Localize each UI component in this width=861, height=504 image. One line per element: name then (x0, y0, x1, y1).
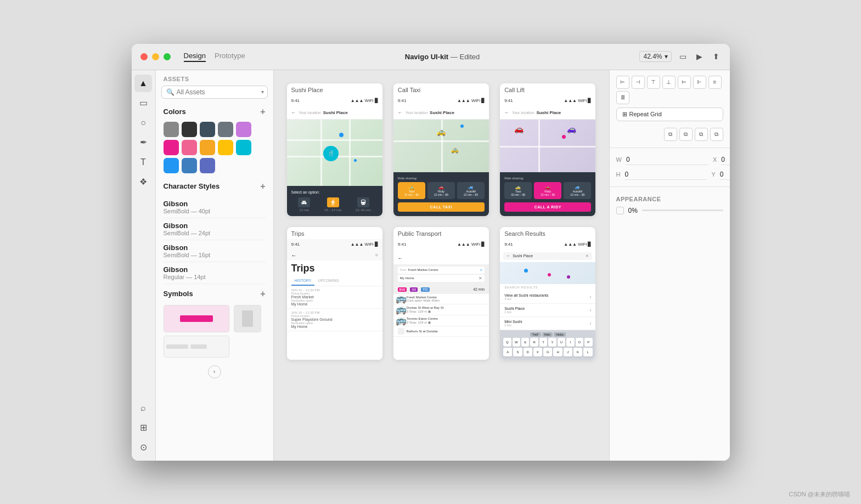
ridy-card2[interactable]: 🚗 Ridy 22 min – $5 (534, 182, 561, 199)
key-d[interactable]: D (524, 348, 532, 356)
ellipse-tool[interactable]: ○ (134, 114, 152, 132)
key-q[interactable]: Q (503, 338, 511, 347)
color-swatch[interactable] (200, 158, 215, 173)
color-swatch[interactable] (218, 122, 233, 137)
result-item[interactable]: Mini Sushi 2 km › (500, 317, 595, 330)
add-color-button[interactable]: + (260, 107, 265, 116)
add-char-style-button[interactable]: + (260, 182, 265, 191)
key-t[interactable]: T (539, 338, 547, 347)
color-swatch[interactable] (164, 140, 179, 155)
height-input[interactable] (624, 169, 707, 180)
color-swatch[interactable] (200, 122, 215, 137)
search-bar-top[interactable]: ← Sushi Place ✕ (503, 252, 592, 260)
copy-button[interactable]: ⧉ (664, 128, 677, 141)
layers-tool[interactable]: ⊞ (134, 419, 152, 437)
walk-option[interactable]: 18 – 24 min (324, 197, 341, 212)
autom-card2[interactable]: 🚙 AutoM 22 min – $5 (564, 182, 591, 199)
rectangle-tool[interactable]: ▭ (134, 94, 152, 112)
paste-button[interactable]: ⧉ (679, 128, 693, 141)
appearance-checkbox[interactable] (616, 207, 624, 214)
search-input[interactable] (177, 88, 259, 96)
search-bar[interactable]: 🔍 ▾ (161, 86, 268, 99)
align-left-button[interactable]: ⊢ (616, 76, 629, 89)
key-f[interactable]: F (533, 348, 542, 356)
frame-search-results[interactable]: Search Results 9:41▲▲▲ WiFi ▉ ← Sushi Pl… (500, 227, 595, 360)
key-o[interactable]: O (576, 338, 583, 347)
history-tab[interactable]: HISTORY (291, 276, 315, 286)
dropdown-arrow-icon[interactable]: ▾ (261, 89, 264, 95)
plugin-icon[interactable]: ⊙ (134, 439, 152, 456)
taxi-card2[interactable]: 🚕 Taxi 32 min – $0 (504, 182, 532, 199)
call-ridy-button[interactable]: CALL A RIDY (504, 202, 591, 212)
color-swatch[interactable] (218, 140, 233, 155)
autocomplete-hellos[interactable]: Hellos (554, 332, 566, 337)
key-g[interactable]: G (543, 348, 552, 356)
color-swatch[interactable] (182, 140, 197, 155)
width-input[interactable] (626, 155, 708, 165)
align-center-h-button[interactable]: ⊣ (632, 76, 645, 89)
frame-sushi-place[interactable]: Sushi Place 9:41 ▲▲▲ WiFi ▉ ← Your locat… (287, 83, 382, 216)
cut-button[interactable]: ⧉ (695, 128, 708, 141)
align-right-button[interactable]: ⊤ (647, 76, 660, 89)
key-h[interactable]: H (553, 348, 562, 356)
symbol-item[interactable] (164, 305, 229, 332)
char-style-item[interactable]: Gibson Regular — 14pt (164, 262, 266, 284)
key-p[interactable]: P (584, 338, 592, 347)
result-item[interactable]: View all Sushi restaurants 3 km › (500, 291, 595, 304)
align-dist-v-button[interactable]: ≣ (616, 91, 629, 104)
char-style-item[interactable]: Gibson SemiBold — 24pt (164, 218, 266, 240)
key-r[interactable]: R (530, 338, 538, 347)
align-dist-h-button[interactable]: ≡ (708, 76, 722, 89)
autocomplete-hell[interactable]: "Hell" (530, 332, 541, 337)
align-bottom-button[interactable]: ⊩ (693, 76, 706, 89)
align-top-button[interactable]: ⊥ (662, 76, 676, 89)
tab-prototype[interactable]: Prototype (215, 52, 245, 62)
autom-card[interactable]: 🚙 AutoM 22 min – $5 (457, 182, 485, 199)
transit-row[interactable]: Bathurs St at Dundas (393, 326, 489, 337)
color-swatch[interactable] (182, 158, 197, 173)
transit-row[interactable]: 🚌 Fresh Market Centre Click addr• Walk 4… (393, 294, 489, 304)
transit-row[interactable]: 🚌 Duntas St West at Bay St 3 Stop: 129 m… (393, 304, 489, 315)
share-icon[interactable]: ⬆ (711, 52, 721, 61)
char-style-item[interactable]: Gibson SemiBold — 16pt (164, 240, 266, 262)
delete-button[interactable]: ⧉ (710, 128, 723, 141)
component-tool[interactable]: ❖ (134, 173, 152, 191)
frame-trips[interactable]: Trips 9:41▲▲▲ WiFi ▉ ← ≡ Trips HISTORY (287, 227, 382, 360)
canvas[interactable]: Sushi Place 9:41 ▲▲▲ WiFi ▉ ← Your locat… (274, 70, 609, 461)
key-s[interactable]: S (513, 348, 522, 356)
key-k[interactable]: K (573, 348, 582, 356)
taxi-card[interactable]: 🚕 Taxi 32 min – $0 (398, 182, 425, 199)
transit-row[interactable]: 🚌 Toronto Eaton Centre 3 Stop: 129 m ◼ (393, 315, 489, 326)
key-j[interactable]: J (564, 348, 572, 356)
symbol-item[interactable] (164, 336, 229, 358)
trip-item[interactable]: JAN 10 – 12:30 PM Pickup location Fresh … (287, 286, 382, 309)
color-swatch[interactable] (182, 122, 197, 137)
play-icon[interactable]: ▶ (695, 52, 705, 61)
frame-call-taxi[interactable]: Call Taxi 9:41▲▲▲ WiFi ▉ ← Your location… (393, 83, 489, 216)
key-e[interactable]: E (521, 338, 529, 347)
opacity-slider[interactable] (642, 209, 723, 211)
align-center-v-button[interactable]: ⊨ (678, 76, 691, 89)
fullscreen-button[interactable] (164, 53, 171, 60)
scroll-right-button[interactable]: › (208, 365, 221, 378)
zoom-tool[interactable]: ⌕ (134, 399, 152, 417)
char-style-item[interactable]: Gibson SemiBold — 40pt (164, 196, 266, 218)
key-u[interactable]: U (558, 338, 565, 347)
select-tool[interactable]: ▲ (134, 75, 152, 92)
pen-tool[interactable]: ✒ (134, 134, 152, 151)
color-swatch[interactable] (200, 140, 215, 155)
color-swatch[interactable] (164, 158, 179, 173)
close-button[interactable] (140, 53, 148, 60)
x-input[interactable] (721, 155, 729, 165)
text-tool[interactable]: T (134, 154, 152, 171)
upcoming-tab[interactable]: UPCOMING (314, 276, 342, 286)
result-item[interactable]: Sushi Place 2 km › (500, 304, 595, 317)
key-w[interactable]: W (513, 338, 520, 347)
frame-call-lift[interactable]: Call Lift 9:41▲▲▲ WiFi ▉ ← Your location… (500, 83, 595, 216)
trip-item[interactable]: JAN 10 – 12:30 PM Pickup location Super … (287, 309, 382, 331)
key-l[interactable]: L (583, 348, 592, 356)
zoom-control[interactable]: 42.4% ▾ (639, 51, 671, 62)
add-symbol-button[interactable]: + (260, 290, 265, 298)
transit-option[interactable]: 23–30 min (356, 197, 371, 212)
minimize-button[interactable] (152, 53, 159, 60)
